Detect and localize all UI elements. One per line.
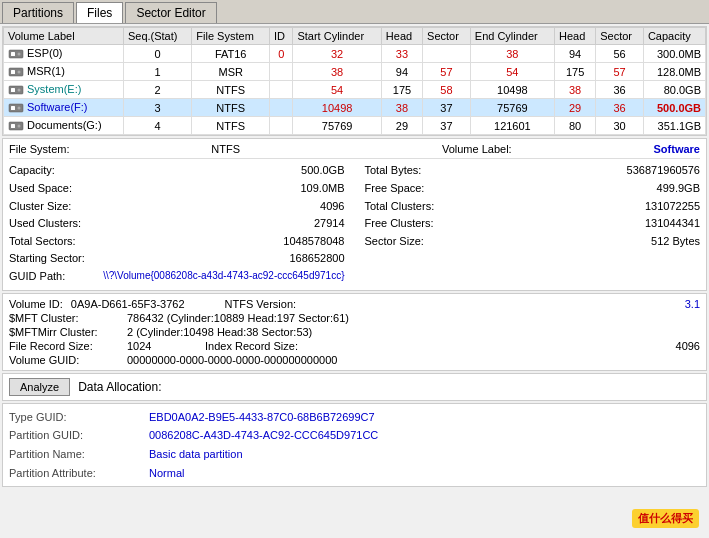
table-cell: 94 — [554, 45, 595, 63]
table-cell: 56 — [596, 45, 644, 63]
used-clusters-value: 27914 — [265, 215, 345, 233]
ntfs-version-value: 3.1 — [304, 298, 700, 310]
vol-label: Volume Label: — [442, 143, 512, 155]
partition-table-container: Volume Label Seq.(Stat) File System ID S… — [2, 26, 707, 136]
table-cell: 54 — [470, 63, 554, 81]
guid-path-value: \\?\Volume{0086208c-a43d-4743-ac92-ccc64… — [103, 268, 344, 286]
vol-value: Software — [654, 143, 700, 155]
sector-size-value: 512 Bytes — [590, 233, 700, 251]
partition-attr-label: Partition Attribute: — [9, 464, 149, 483]
volume-guid-label: Volume GUID: — [9, 354, 119, 366]
watermark: 值什么得买 — [632, 509, 699, 528]
guid-path-label: GUID Path: — [9, 268, 65, 286]
partition-table: Volume Label Seq.(Stat) File System ID S… — [3, 27, 706, 135]
table-cell: 1 — [123, 63, 191, 81]
svg-point-5 — [18, 71, 21, 74]
table-cell: 10498 — [293, 99, 381, 117]
capacity-value: 500.0GB — [265, 162, 345, 180]
table-cell: 94 — [381, 63, 422, 81]
table-cell: 37 — [423, 117, 471, 135]
table-cell: 175 — [381, 81, 422, 99]
table-cell: 2 — [123, 81, 191, 99]
col-sector1: Sector — [423, 28, 471, 45]
table-cell: NTFS — [192, 99, 270, 117]
mftmirr-cluster-value: 2 (Cylinder:10498 Head:38 Sector:53) — [127, 326, 312, 338]
table-cell: FAT16 — [192, 45, 270, 63]
svg-point-2 — [18, 53, 21, 56]
col-volume-label: Volume Label — [4, 28, 124, 45]
table-cell: 3 — [123, 99, 191, 117]
col-start-cyl: Start Cylinder — [293, 28, 381, 45]
mft-cluster-label: $MFT Cluster: — [9, 312, 119, 324]
table-cell: 4 — [123, 117, 191, 135]
cell-capacity: 300.0MB — [643, 45, 705, 63]
table-row[interactable]: System(E:)2NTFS541755810498383680.0GB — [4, 81, 706, 99]
table-cell: 38 — [293, 63, 381, 81]
table-cell: NTFS — [192, 117, 270, 135]
col-head1: Head — [381, 28, 422, 45]
table-cell: 0 — [123, 45, 191, 63]
type-guid-value: EBD0A0A2-B9E5-4433-87C0-68B6B72699C7 — [149, 408, 375, 427]
table-cell: 54 — [293, 81, 381, 99]
total-bytes-value: 536871960576 — [590, 162, 700, 180]
table-cell — [423, 45, 471, 63]
table-cell: 32 — [293, 45, 381, 63]
table-cell — [270, 99, 293, 117]
svg-rect-4 — [11, 70, 15, 74]
table-cell: 80 — [554, 117, 595, 135]
volume-id-label: Volume ID: — [9, 298, 63, 310]
cell-volume-label: MSR(1) — [4, 63, 124, 81]
svg-point-11 — [18, 107, 21, 110]
table-row[interactable]: ESP(0)0FAT1603233389456300.0MB — [4, 45, 706, 63]
col-end-cyl: End Cylinder — [470, 28, 554, 45]
total-clusters-label: Total Clusters: — [365, 198, 435, 216]
details-section: File System: NTFS Volume Label: Software… — [2, 138, 707, 290]
used-space-label: Used Space: — [9, 180, 72, 198]
cluster-size-label: Cluster Size: — [9, 198, 71, 216]
partition-name-value: Basic data partition — [149, 445, 243, 464]
tab-sector-editor[interactable]: Sector Editor — [125, 2, 216, 23]
table-row[interactable]: Documents(G:)4NTFS7576929371216018030351… — [4, 117, 706, 135]
file-record-label: File Record Size: — [9, 340, 119, 352]
mft-cluster-value: 786432 (Cylinder:10889 Head:197 Sector:6… — [127, 312, 349, 324]
analyze-button[interactable]: Analyze — [9, 378, 70, 396]
table-cell: 38 — [470, 45, 554, 63]
svg-point-14 — [18, 125, 21, 128]
tab-files[interactable]: Files — [76, 2, 123, 23]
total-sectors-value: 1048578048 — [265, 233, 345, 251]
total-bytes-label: Total Bytes: — [365, 162, 422, 180]
free-space-value: 499.9GB — [590, 180, 700, 198]
table-cell: NTFS — [192, 81, 270, 99]
table-cell — [270, 63, 293, 81]
capacity-label: Capacity: — [9, 162, 55, 180]
free-clusters-label: Free Clusters: — [365, 215, 434, 233]
sector-size-label: Sector Size: — [365, 233, 424, 251]
table-cell — [270, 117, 293, 135]
svg-point-8 — [18, 89, 21, 92]
partition-attr-value: Normal — [149, 464, 184, 483]
starting-sector-label: Starting Sector: — [9, 250, 85, 268]
cell-volume-label: Software(F:) — [4, 99, 124, 117]
tab-partitions[interactable]: Partitions — [2, 2, 74, 23]
table-cell: 33 — [381, 45, 422, 63]
type-guid-label: Type GUID: — [9, 408, 149, 427]
cell-volume-label: ESP(0) — [4, 45, 124, 63]
table-cell: 38 — [554, 81, 595, 99]
svg-rect-10 — [11, 106, 15, 110]
table-row[interactable]: MSR(1)1MSR3894575417557128.0MB — [4, 63, 706, 81]
type-section: Type GUID: EBD0A0A2-B9E5-4433-87C0-68B6B… — [2, 403, 707, 488]
table-cell: 121601 — [470, 117, 554, 135]
table-row[interactable]: Software(F:)3NTFS104983837757692936500.0… — [4, 99, 706, 117]
free-space-label: Free Space: — [365, 180, 425, 198]
col-head2: Head — [554, 28, 595, 45]
table-cell: 36 — [596, 99, 644, 117]
tab-bar: Partitions Files Sector Editor — [0, 0, 709, 24]
svg-rect-7 — [11, 88, 15, 92]
table-cell: 0 — [270, 45, 293, 63]
ntfs-details-section: Volume ID: 0A9A-D661-65F3-3762 NTFS Vers… — [2, 293, 707, 371]
cell-volume-label: System(E:) — [4, 81, 124, 99]
cell-capacity: 80.0GB — [643, 81, 705, 99]
partition-guid-label: Partition GUID: — [9, 426, 149, 445]
partition-name-label: Partition Name: — [9, 445, 149, 464]
table-cell: 29 — [554, 99, 595, 117]
